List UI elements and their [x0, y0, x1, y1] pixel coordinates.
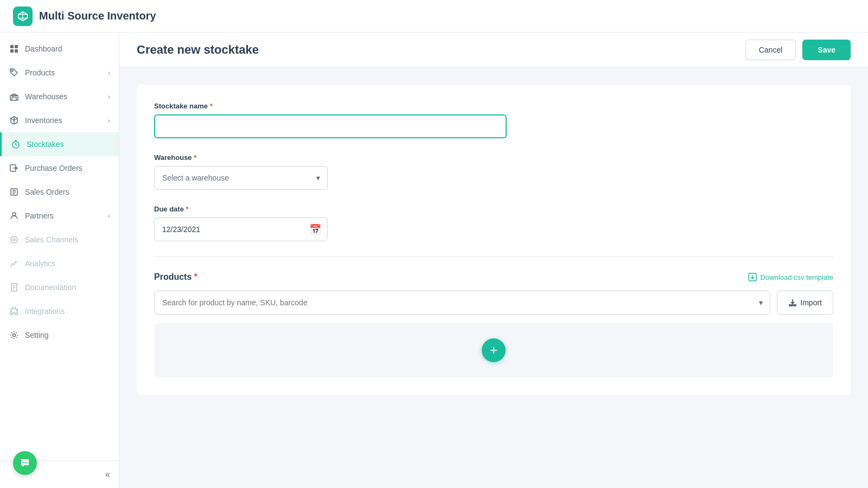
- required-marker: *: [194, 153, 196, 162]
- products-header: Products * Download csv template: [154, 272, 833, 282]
- add-product-button[interactable]: +: [482, 338, 506, 362]
- sidebar-item-sales-orders[interactable]: Sales Orders: [0, 180, 119, 204]
- save-button[interactable]: Save: [802, 40, 851, 60]
- main-layout: Dashboard Products › Warehouses ›: [0, 33, 868, 488]
- svg-point-17: [13, 334, 16, 337]
- chat-bubble-button[interactable]: [13, 451, 37, 475]
- sidebar-item-label: Integrations: [25, 307, 65, 316]
- svg-point-21: [26, 462, 27, 463]
- sidebar-item-setting[interactable]: Setting: [0, 323, 119, 347]
- import-icon: [788, 298, 797, 307]
- warehouse-select-wrap: Select a warehouse ▾: [154, 166, 328, 190]
- chevron-right-icon: ›: [108, 93, 110, 100]
- chart-icon: [9, 258, 20, 269]
- page-header: Create new stocktake Cancel Save: [119, 33, 868, 67]
- stocktake-name-label: Stocktake name *: [154, 102, 833, 110]
- chevron-right-icon: ›: [108, 69, 110, 76]
- clock-icon: [10, 139, 21, 150]
- list-icon: [9, 187, 20, 197]
- cancel-button[interactable]: Cancel: [745, 40, 796, 60]
- svg-point-8: [11, 70, 13, 72]
- puzzle-icon: [9, 306, 20, 317]
- sidebar-item-label: Inventories: [25, 116, 62, 125]
- sidebar-item-integrations: Integrations: [0, 299, 119, 323]
- form-card: Stocktake name * Warehouse * Select a wa…: [137, 85, 851, 395]
- login-icon: [9, 163, 20, 174]
- sidebar-item-label: Partners: [25, 211, 54, 220]
- page-title: Create new stocktake: [137, 43, 259, 57]
- sidebar-item-documentation: Documentation: [0, 275, 119, 299]
- product-search-row: ▾ Import: [154, 291, 833, 314]
- top-header: Multi Source Inventory: [0, 0, 868, 33]
- stocktake-name-input[interactable]: [154, 114, 507, 138]
- stocktake-name-group: Stocktake name *: [154, 102, 833, 138]
- sidebar-item-products[interactable]: Products ›: [0, 61, 119, 85]
- required-marker: *: [210, 102, 213, 110]
- sidebar-item-label: Warehouses: [25, 92, 67, 101]
- due-date-input[interactable]: [154, 217, 328, 241]
- due-date-group: Due date * 📅: [154, 205, 833, 241]
- svg-point-14: [11, 236, 17, 243]
- user-icon: [9, 210, 20, 221]
- sidebar-item-label: Dashboard: [25, 44, 62, 53]
- csv-download-icon: [748, 272, 757, 282]
- chevron-right-icon: ›: [108, 117, 110, 124]
- building-icon: [9, 91, 20, 102]
- svg-point-19: [23, 462, 24, 463]
- required-marker: *: [194, 272, 197, 281]
- header-actions: Cancel Save: [745, 40, 851, 60]
- svg-point-20: [24, 462, 25, 463]
- chevron-right-icon: ›: [108, 213, 110, 219]
- doc-icon: [9, 282, 20, 293]
- sidebar-item-label: Stocktakes: [27, 140, 63, 149]
- warehouse-select[interactable]: Select a warehouse: [154, 166, 328, 190]
- sidebar-item-dashboard[interactable]: Dashboard: [0, 37, 119, 61]
- import-button[interactable]: Import: [777, 291, 833, 314]
- sidebar-item-label: Analytics: [25, 259, 55, 268]
- due-date-wrap: 📅: [154, 217, 328, 241]
- chat-icon: [19, 457, 31, 469]
- sidebar-item-label: Sales Orders: [25, 188, 69, 196]
- sidebar-item-sales-channels: Sales Channels: [0, 228, 119, 252]
- sidebar-item-partners[interactable]: Partners ›: [0, 204, 119, 228]
- product-search-wrap: ▾: [154, 291, 770, 314]
- products-section: Products * Download csv template ▾: [154, 272, 833, 377]
- sidebar-nav: Dashboard Products › Warehouses ›: [0, 33, 119, 460]
- sidebar-item-label: Products: [25, 68, 55, 77]
- tag-icon: [9, 67, 20, 78]
- form-content: Stocktake name * Warehouse * Select a wa…: [119, 67, 868, 488]
- sidebar-item-stocktakes[interactable]: Stocktakes: [0, 132, 119, 156]
- grid-icon: [9, 43, 20, 54]
- collapse-button[interactable]: «: [105, 470, 110, 479]
- sidebar-item-analytics: Analytics: [0, 252, 119, 275]
- sidebar-item-label: Documentation: [25, 283, 76, 292]
- sidebar-item-label: Setting: [25, 331, 49, 339]
- required-marker: *: [186, 205, 189, 213]
- download-csv-link[interactable]: Download csv template: [748, 272, 833, 282]
- app-title: Multi Source Inventory: [39, 10, 156, 22]
- sidebar-item-inventories[interactable]: Inventories ›: [0, 108, 119, 132]
- box-icon: [9, 115, 20, 126]
- sidebar-item-label: Sales Channels: [25, 235, 78, 244]
- svg-point-13: [12, 213, 16, 216]
- svg-point-15: [13, 239, 15, 241]
- gear-icon: [9, 330, 20, 341]
- products-title: Products *: [154, 272, 197, 282]
- sidebar-item-label: Purchase Orders: [25, 164, 82, 172]
- circle-icon: [9, 234, 20, 245]
- section-divider: [154, 256, 833, 257]
- chevron-down-icon: ▾: [759, 298, 763, 307]
- sidebar-item-purchase-orders[interactable]: Purchase Orders: [0, 156, 119, 180]
- sidebar-item-warehouses[interactable]: Warehouses ›: [0, 85, 119, 108]
- warehouse-group: Warehouse * Select a warehouse ▾: [154, 153, 833, 190]
- svg-rect-5: [15, 45, 18, 48]
- content-area: Create new stocktake Cancel Save Stockta…: [119, 33, 868, 488]
- svg-rect-9: [10, 95, 18, 100]
- warehouse-label: Warehouse *: [154, 153, 833, 162]
- product-search-input[interactable]: [154, 291, 770, 314]
- svg-rect-6: [10, 49, 14, 53]
- due-date-label: Due date *: [154, 205, 833, 213]
- svg-rect-4: [10, 45, 14, 48]
- products-empty-area: +: [154, 323, 833, 377]
- app-logo: [13, 7, 33, 26]
